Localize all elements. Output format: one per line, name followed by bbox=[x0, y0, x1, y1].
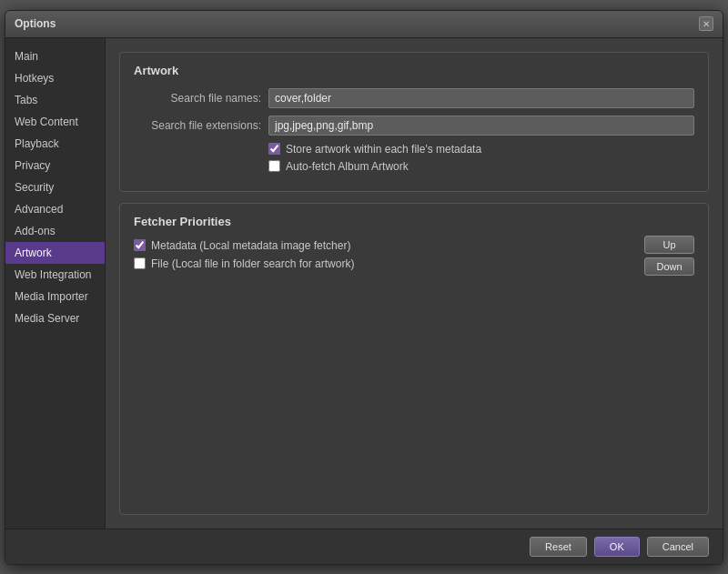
fetcher-buttons: Up Down bbox=[644, 236, 694, 276]
artwork-section: Artwork Search file names: Search file e… bbox=[119, 52, 709, 192]
sidebar-item-media-importer[interactable]: Media Importer bbox=[5, 286, 105, 307]
search-file-extensions-label: Search file extensions: bbox=[134, 119, 261, 132]
sidebar-item-advanced[interactable]: Advanced bbox=[5, 198, 105, 220]
sidebar-item-web-content[interactable]: Web Content bbox=[5, 111, 105, 133]
search-file-names-label: Search file names: bbox=[134, 92, 261, 105]
fetcher-metadata-label[interactable]: Metadata (Local metadata image fetcher) bbox=[151, 239, 350, 252]
cancel-button[interactable]: Cancel bbox=[647, 537, 709, 557]
auto-fetch-checkbox[interactable] bbox=[268, 160, 280, 172]
bottom-bar: Reset OK Cancel bbox=[5, 529, 723, 564]
options-window: Options ✕ MainHotkeysTabsWeb ContentPlay… bbox=[5, 10, 723, 565]
down-button[interactable]: Down bbox=[644, 257, 694, 276]
search-file-names-input[interactable] bbox=[268, 88, 694, 108]
up-button[interactable]: Up bbox=[644, 236, 694, 254]
content-area: MainHotkeysTabsWeb ContentPlaybackPrivac… bbox=[5, 38, 723, 529]
store-artwork-checkbox[interactable] bbox=[268, 143, 280, 155]
sidebar-item-security[interactable]: Security bbox=[5, 176, 105, 198]
search-file-names-row: Search file names: bbox=[134, 88, 694, 108]
artwork-section-title: Artwork bbox=[134, 64, 694, 77]
titlebar: Options ✕ bbox=[5, 11, 723, 38]
sidebar-item-main[interactable]: Main bbox=[5, 45, 105, 67]
fetcher-list: Metadata (Local metadata image fetcher) … bbox=[134, 239, 694, 270]
fetcher-section-title: Fetcher Priorities bbox=[134, 215, 694, 228]
sidebar-item-web-integration[interactable]: Web Integration bbox=[5, 264, 105, 286]
fetcher-item-metadata: Metadata (Local metadata image fetcher) bbox=[134, 239, 694, 252]
auto-fetch-label[interactable]: Auto-fetch Album Artwork bbox=[286, 160, 409, 173]
window-title: Options bbox=[15, 17, 56, 30]
sidebar-item-playback[interactable]: Playback bbox=[5, 133, 105, 155]
sidebar: MainHotkeysTabsWeb ContentPlaybackPrivac… bbox=[5, 38, 106, 529]
search-file-extensions-row: Search file extensions: bbox=[134, 116, 694, 136]
auto-fetch-row: Auto-fetch Album Artwork bbox=[268, 160, 694, 173]
store-artwork-row: Store artwork within each file's metadat… bbox=[268, 143, 694, 156]
fetcher-section: Fetcher Priorities Metadata (Local metad… bbox=[119, 203, 709, 515]
sidebar-item-hotkeys[interactable]: Hotkeys bbox=[5, 67, 105, 89]
fetcher-metadata-checkbox[interactable] bbox=[134, 239, 146, 251]
fetcher-file-checkbox[interactable] bbox=[134, 257, 146, 269]
ok-button[interactable]: OK bbox=[594, 537, 640, 557]
sidebar-item-artwork[interactable]: Artwork bbox=[5, 242, 105, 264]
sidebar-item-tabs[interactable]: Tabs bbox=[5, 89, 105, 111]
sidebar-item-privacy[interactable]: Privacy bbox=[5, 155, 105, 176]
reset-button[interactable]: Reset bbox=[530, 537, 587, 557]
sidebar-item-media-server[interactable]: Media Server bbox=[5, 307, 105, 329]
sidebar-item-add-ons[interactable]: Add-ons bbox=[5, 220, 105, 242]
fetcher-item-file: File (Local file in folder search for ar… bbox=[134, 257, 694, 270]
close-button[interactable]: ✕ bbox=[699, 16, 713, 31]
fetcher-file-label[interactable]: File (Local file in folder search for ar… bbox=[151, 257, 354, 270]
store-artwork-label[interactable]: Store artwork within each file's metadat… bbox=[286, 143, 481, 156]
search-file-extensions-input[interactable] bbox=[268, 116, 694, 136]
main-panel: Artwork Search file names: Search file e… bbox=[106, 38, 723, 529]
